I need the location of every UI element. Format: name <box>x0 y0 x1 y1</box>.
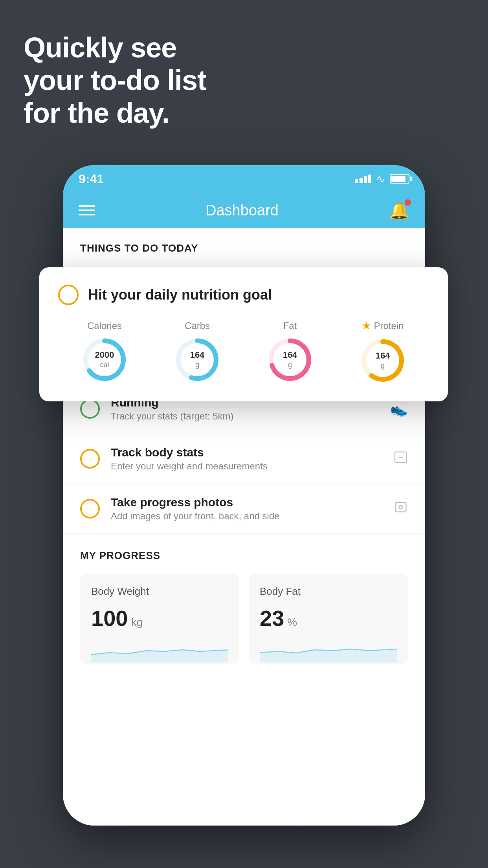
nutrition-card-title: Hit your daily nutrition goal <box>88 287 272 303</box>
nutrition-carbs: Carbs 164g <box>174 320 221 383</box>
carbs-value: 164g <box>190 350 205 369</box>
todo-name-body-stats: Track body stats <box>111 446 383 459</box>
nav-title: Dashboard <box>205 202 279 219</box>
todo-desc-body-stats: Enter your weight and measurements <box>111 461 383 472</box>
todo-list: Running Track your stats (target: 5km) 👟… <box>63 384 425 534</box>
status-icons: ∿ <box>355 173 409 186</box>
nutrition-card: Hit your daily nutrition goal Calories 2… <box>39 267 448 401</box>
todo-item-progress-photos[interactable]: Take progress photos Add images of your … <box>63 484 425 534</box>
running-icon: 👟 <box>390 401 408 417</box>
status-time: 9:41 <box>79 172 104 186</box>
body-fat-card[interactable]: Body Fat 23 % <box>249 574 408 664</box>
todo-check-progress-photos <box>80 499 100 519</box>
body-fat-chart <box>260 639 397 662</box>
protein-label-row: ★ Protein <box>361 319 404 332</box>
things-to-do-header: THINGS TO DO TODAY <box>63 228 425 262</box>
things-to-do-title: THINGS TO DO TODAY <box>80 242 198 254</box>
photo-icon <box>394 500 408 518</box>
fat-donut: 164g <box>266 336 314 383</box>
body-fat-label: Body Fat <box>260 585 397 598</box>
svg-rect-2 <box>396 502 406 512</box>
protein-label: Protein <box>374 320 404 331</box>
protein-value: 164g <box>376 351 390 370</box>
nutrition-check-circle[interactable] <box>58 285 79 305</box>
calories-label: Calories <box>87 320 122 331</box>
todo-check-running <box>80 399 100 419</box>
body-fat-value: 23 % <box>260 605 397 631</box>
notification-dot <box>405 199 411 206</box>
fat-label: Fat <box>283 320 297 331</box>
signal-icon <box>355 175 371 183</box>
body-weight-label: Body Weight <box>91 585 228 598</box>
nutrition-fat: Fat 164g <box>266 320 314 383</box>
scale-icon <box>394 450 408 468</box>
hero-text: Quickly see your to-do list for the day. <box>24 31 206 129</box>
calories-donut: 2000cal <box>81 336 128 383</box>
body-weight-value: 100 kg <box>91 605 228 631</box>
card-header: Hit your daily nutrition goal <box>58 285 429 305</box>
nutrition-calories: Calories 2000cal <box>81 320 128 383</box>
protein-donut: 164g <box>359 337 406 384</box>
nutrition-grid: Calories 2000cal Carbs 164g Fat <box>58 319 429 384</box>
nutrition-protein: ★ Protein 164g <box>359 319 406 384</box>
todo-check-body-stats <box>80 449 100 469</box>
hamburger-menu[interactable] <box>79 205 95 215</box>
svg-point-3 <box>399 505 403 509</box>
phone-frame: 9:41 ∿ Dashboard 🔔 <box>63 165 425 826</box>
status-bar: 9:41 ∿ <box>63 165 425 193</box>
todo-desc-running: Track your stats (target: 5km) <box>111 411 379 422</box>
progress-title: MY PROGRESS <box>80 550 408 562</box>
nav-bar: Dashboard 🔔 <box>63 193 425 228</box>
todo-name-progress-photos: Take progress photos <box>111 496 383 509</box>
carbs-donut: 164g <box>174 336 221 383</box>
todo-item-body-stats[interactable]: Track body stats Enter your weight and m… <box>63 434 425 484</box>
fat-value: 164g <box>283 350 297 369</box>
calories-value: 2000cal <box>95 350 114 369</box>
protein-star-icon: ★ <box>361 319 371 332</box>
carbs-label: Carbs <box>185 320 210 331</box>
todo-desc-progress-photos: Add images of your front, back, and side <box>111 511 383 522</box>
body-weight-chart <box>91 639 228 662</box>
battery-icon <box>390 174 409 184</box>
notification-bell-icon[interactable]: 🔔 <box>389 201 409 220</box>
todo-text-body-stats: Track body stats Enter your weight and m… <box>111 446 383 472</box>
todo-text-progress-photos: Take progress photos Add images of your … <box>111 496 383 522</box>
progress-cards: Body Weight 100 kg Body Fat 23 % <box>80 574 408 664</box>
body-weight-card[interactable]: Body Weight 100 kg <box>80 574 239 664</box>
progress-section: MY PROGRESS Body Weight 100 kg Body Fat <box>63 534 425 680</box>
wifi-icon: ∿ <box>376 173 385 186</box>
